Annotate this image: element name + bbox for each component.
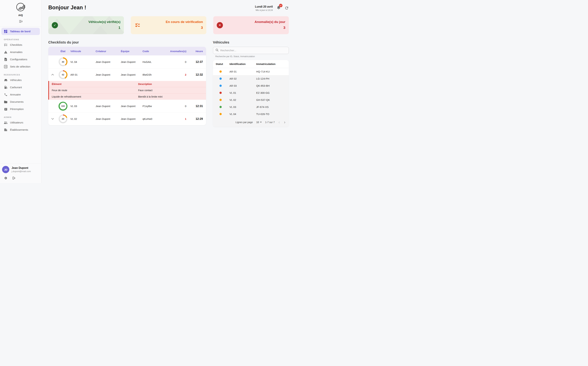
vehicles-title: Véhicules [213, 40, 289, 44]
anomaly-detail-row: Liquide de refroidissement Bientôt à la … [49, 93, 206, 100]
column-header-code: Code [142, 50, 168, 53]
stat-cards: ✓ Véhicule(s) vérifié(s) 1 En cours de v… [48, 16, 289, 34]
column-header-identification: Identification [230, 62, 256, 65]
card-vehicules-verifies[interactable]: ✓ Véhicule(s) vérifié(s) 1 [48, 16, 124, 34]
fuel-icon [4, 85, 7, 89]
sidebar-item-label: Utilisateurs [10, 121, 23, 124]
card-en-cours[interactable]: En cours de vérification 3 [131, 16, 206, 34]
vehicle-id: AR 03 [230, 84, 256, 87]
cell-anomalies: 0 [168, 105, 186, 107]
vehicle-id: VL 04 [230, 113, 256, 115]
sidebar-item-configurations[interactable]: Configurations [1, 56, 40, 63]
vehicle-id: VL 03 [230, 106, 256, 108]
refresh-icon[interactable] [284, 6, 289, 11]
pagination-range: 1-7 sur 7 [265, 121, 275, 124]
search-input[interactable] [220, 49, 286, 52]
card-label: Véhicule(s) vérifié(s) [88, 20, 120, 24]
vehicle-row[interactable]: VL 01 EZ-300-GG [213, 89, 289, 96]
checklist-row-expanded[interactable]: 42 AR 01 Jean Dupont Jean Dupont 8lwGSh … [48, 68, 206, 81]
sidebar-item-label: Checklists [10, 43, 22, 46]
progress-ring: 40 [59, 57, 67, 66]
dashboard-icon [4, 30, 7, 33]
sidebar-item-label: Annuaire [10, 93, 21, 96]
vehicles-table-header: Statut Identification Immatriculation [213, 60, 289, 68]
vehicle-row[interactable]: AR 02 LG-124-PH [213, 75, 289, 82]
checklist-icon [4, 43, 7, 47]
menu-collapse-icon[interactable] [19, 19, 23, 23]
sidebar-item-checklists[interactable]: Checklists [1, 41, 40, 48]
cell-createur: Jean Dupont [96, 105, 121, 107]
column-header-immatriculation: Immatriculation [256, 62, 286, 65]
settings-gear-icon[interactable] [4, 176, 7, 180]
cell-vehicule: VL 04 [70, 61, 96, 63]
phone-icon [4, 93, 7, 97]
cell-createur: Jean Dupont [96, 61, 121, 63]
sidebar-item-annuaire[interactable]: Annuaire [1, 91, 40, 98]
app-logo-icon [16, 2, 26, 13]
sidebar-item-tableau-de-bord[interactable]: Tableau de bord [1, 28, 40, 35]
cell-heure: 12:31 [186, 104, 203, 108]
pagination-next-icon[interactable]: › [284, 120, 286, 124]
logo-block: AIQ [0, 0, 41, 16]
rows-per-page-select[interactable]: 10 [256, 121, 262, 124]
status-dot [219, 77, 222, 80]
card-label: En cours de vérification [166, 20, 203, 24]
cell-equipe: Jean Dupont [121, 105, 142, 107]
sidebar-item-sets-de-selection[interactable]: Sets de sélection [1, 63, 40, 70]
sidebar-item-vehicules[interactable]: Véhicules [1, 76, 40, 84]
vehicle-row[interactable]: VL 03 JF-674-XS [213, 103, 289, 110]
user-email: j.dupont@mail.com [12, 170, 31, 173]
chevron-up-icon[interactable] [50, 74, 56, 76]
sidebar-item-carburant[interactable]: Carburant [1, 84, 40, 91]
sidebar-item-documents[interactable]: Documents [1, 98, 40, 106]
sidebar-item-peremption[interactable]: Péremption [1, 106, 40, 113]
column-header-anomalies: Anomalies(s) [168, 50, 186, 53]
sidebar-item-utilisateurs[interactable]: Utilisateurs [1, 119, 40, 126]
sidebar-item-anomalies[interactable]: Anomalies [1, 48, 40, 56]
sidebar-item-label: Péremption [10, 107, 24, 111]
pagination-prev-icon[interactable]: ‹ [278, 120, 280, 124]
cell-code: qKuHw0 [142, 117, 168, 120]
checklists-table-header: État Véhicule Créateur Équipe Code Anoma… [48, 47, 206, 55]
checklist-row[interactable]: 100 VL 03 Jean Dupont Jean Dupont P1xyBw… [48, 100, 206, 112]
sidebar-item-label: Documents [10, 100, 23, 103]
checklist-row-collapsed[interactable]: 20 VL 02 Jean Dupont Jean Dupont qKuHw0 … [48, 112, 206, 125]
cell-code: HuGAiL [142, 61, 168, 63]
detail-column-element: Élément [52, 83, 138, 85]
x-circle-icon: ✕ [217, 22, 223, 28]
chevron-down-icon[interactable] [50, 118, 56, 120]
detail-column-description: Description [138, 83, 206, 85]
sidebar-divider [0, 26, 41, 26]
vehicle-row[interactable]: VL 04 TU-026-TO [213, 110, 289, 118]
vehicles-table: Statut Identification Immatriculation AR… [213, 60, 289, 127]
main-content: Bonjour Jean ! Lundi 20 avril Mis à jour… [41, 0, 294, 183]
checklist-row[interactable]: 40 VL 04 Jean Dupont Jean Dupont HuGAiL … [48, 55, 206, 68]
column-header-heure: Heure [186, 50, 203, 53]
vehicle-row[interactable]: VL 02 GH-537-QK [213, 96, 289, 103]
vehicle-id: VL 01 [230, 91, 256, 94]
vehicle-id: AR 02 [230, 77, 256, 80]
vehicle-plate: JF-674-XS [256, 106, 286, 108]
sidebar-item-etablissements[interactable]: Établissements [1, 126, 40, 133]
bell-icon[interactable]: 17 [276, 6, 281, 11]
last-updated: Mis à jour à 13:24 [255, 9, 273, 11]
cell-equipe: Jean Dupont [121, 117, 142, 120]
vehicle-id: AR 01 [230, 70, 256, 73]
card-anomalies-du-jour[interactable]: ✕ Anomalie(s) du jour 3 [213, 16, 289, 34]
column-header-statut: Statut [216, 62, 230, 65]
topbar: Bonjour Jean ! Lundi 20 avril Mis à jour… [48, 5, 289, 11]
cell-equipe: Jean Dupont [121, 61, 142, 63]
expiry-box-icon [4, 107, 7, 111]
vehicle-search [213, 47, 289, 54]
cell-vehicule: VL 03 [70, 105, 96, 107]
logout-icon[interactable] [12, 176, 15, 180]
vehicle-row[interactable]: AR 03 QK-853-BH [213, 82, 289, 89]
vehicles-section: Véhicules Recherche par ID, Statut, Imma… [213, 40, 289, 127]
page-title: Bonjour Jean ! [48, 5, 86, 11]
cell-vehicule: AR 01 [70, 73, 96, 76]
status-dot [219, 70, 222, 73]
status-dot [219, 84, 222, 87]
vehicle-row[interactable]: AR 01 HQ-714-KU [213, 68, 289, 75]
column-header-equipe: Équipe [121, 50, 142, 53]
detail-description: Bientôt à la limite mini [138, 95, 206, 98]
